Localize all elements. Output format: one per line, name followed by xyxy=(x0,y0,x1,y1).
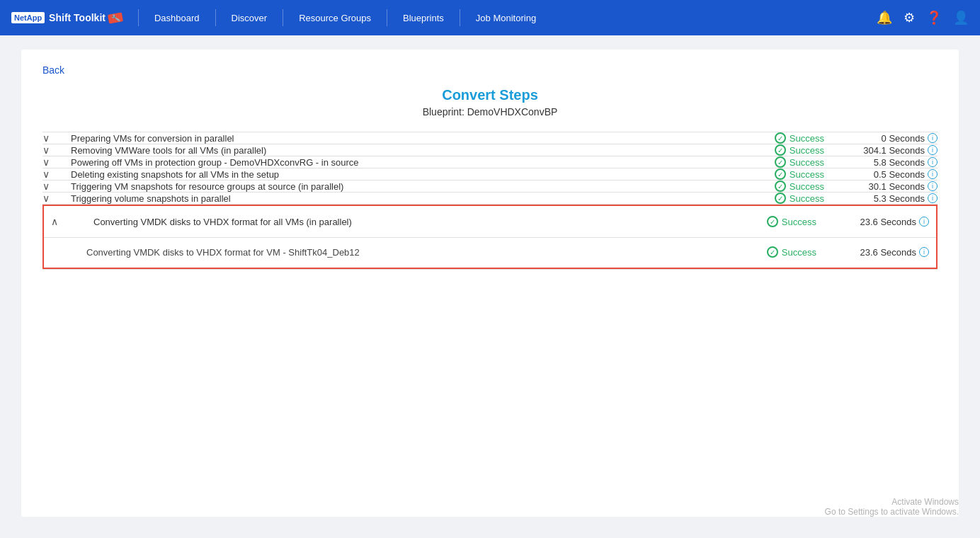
nav-divider-2 xyxy=(215,9,216,26)
step-time: 23.6 Seconds i xyxy=(824,205,937,238)
info-icon[interactable]: i xyxy=(928,145,938,155)
step-time: 5.3 Seconds i xyxy=(824,193,938,205)
step-label: Removing VMWare tools for all VMs (in pa… xyxy=(71,144,739,156)
nav-divider-1 xyxy=(138,9,139,26)
step-status: ✓ Success xyxy=(739,132,824,144)
chevron-down-icon[interactable]: ∨ xyxy=(42,181,71,193)
step-label: Converting VMDK disks to VHDX format for… xyxy=(86,205,739,238)
page-subtitle: Blueprint: DemoVHDXConvBP xyxy=(42,106,938,118)
nav-dashboard[interactable]: Dashboard xyxy=(146,13,208,23)
step-label: Triggering VM snapshots for resource gro… xyxy=(71,181,739,193)
step-time: 304.1 Seconds i xyxy=(824,144,938,156)
bell-icon[interactable]: 🔔 xyxy=(877,10,892,25)
table-row: ∨ Triggering VM snapshots for resource g… xyxy=(42,181,938,193)
back-button[interactable]: Back xyxy=(42,64,64,76)
info-icon[interactable]: i xyxy=(928,133,938,143)
netapp-logo: NetApp xyxy=(11,12,45,23)
step-time: 0 Seconds i xyxy=(824,132,938,144)
step-status: ✓ Success xyxy=(739,205,824,238)
sub-row-indent xyxy=(43,238,86,269)
navbar: NetApp Shift Toolkit 🔧 Dashboard Discove… xyxy=(0,0,980,35)
table-row: ∨ Preparing VMs for conversion in parall… xyxy=(42,132,938,144)
chevron-up-icon[interactable]: ∧ xyxy=(43,205,86,238)
nav-blueprints[interactable]: Blueprints xyxy=(394,13,452,23)
navbar-right: 🔔 ⚙ ❓ 👤 xyxy=(877,10,969,25)
gear-icon[interactable]: ⚙ xyxy=(904,10,915,25)
step-status: ✓ Success xyxy=(739,193,824,205)
info-icon[interactable]: i xyxy=(928,193,938,203)
info-icon[interactable]: i xyxy=(919,247,929,257)
nav-resource-groups[interactable]: Resource Groups xyxy=(290,13,380,23)
chevron-down-icon[interactable]: ∨ xyxy=(42,193,71,205)
step-time: 30.1 Seconds i xyxy=(824,181,938,193)
table-row: ∧ Converting VMDK disks to VHDX format f… xyxy=(42,205,938,270)
nav-job-monitoring[interactable]: Job Monitoring xyxy=(467,13,545,23)
nav-divider-3 xyxy=(283,9,283,26)
chevron-down-icon[interactable]: ∨ xyxy=(42,156,71,168)
success-check-icon: ✓ xyxy=(775,144,786,156)
table-row: ∨ Removing VMWare tools for all VMs (in … xyxy=(42,144,938,156)
table-row: ∨ Powering off VMs in protection group -… xyxy=(42,156,938,168)
table-row: ∨ Deleting existing snapshots for all VM… xyxy=(42,168,938,181)
step-time: 5.8 Seconds i xyxy=(824,156,938,168)
success-check-icon: ✓ xyxy=(775,181,786,192)
info-icon[interactable]: i xyxy=(928,169,938,179)
page-title: Convert Steps xyxy=(42,87,938,103)
info-icon[interactable]: i xyxy=(919,217,929,227)
chevron-down-icon[interactable]: ∨ xyxy=(42,144,71,156)
success-check-icon: ✓ xyxy=(775,193,786,204)
step-status: ✓ Success xyxy=(739,144,824,156)
step-status: ✓ Success xyxy=(739,181,824,193)
table-row: ∨ Triggering volume snapshots in paralle… xyxy=(42,193,938,205)
step-status: ✓ Success xyxy=(739,168,824,181)
nav-discover[interactable]: Discover xyxy=(223,13,276,23)
sub-step-status: ✓ Success xyxy=(739,238,824,269)
help-icon[interactable]: ❓ xyxy=(926,10,942,25)
success-check-icon: ✓ xyxy=(767,216,778,227)
step-label: Powering off VMs in protection group - D… xyxy=(71,156,739,168)
user-icon[interactable]: 👤 xyxy=(953,10,969,25)
sub-step-label: Converting VMDK disks to VHDX format for… xyxy=(86,238,739,269)
success-check-icon: ✓ xyxy=(775,132,786,144)
nav-divider-5 xyxy=(460,9,460,26)
chevron-down-icon[interactable]: ∨ xyxy=(42,132,71,144)
success-check-icon: ✓ xyxy=(775,168,786,180)
chevron-down-icon[interactable]: ∨ xyxy=(42,168,71,181)
step-label: Triggering volume snapshots in parallel xyxy=(71,193,739,205)
info-icon[interactable]: i xyxy=(928,157,938,167)
success-check-icon: ✓ xyxy=(767,246,778,258)
steps-table: ∨ Preparing VMs for conversion in parall… xyxy=(42,132,938,270)
main-content: Back Convert Steps Blueprint: DemoVHDXCo… xyxy=(21,50,959,517)
brand: NetApp Shift Toolkit 🔧 xyxy=(11,12,122,23)
info-icon[interactable]: i xyxy=(928,181,938,191)
nav-divider-4 xyxy=(387,9,387,26)
sub-step-time: 23.6 Seconds i xyxy=(824,238,937,269)
step-label: Preparing VMs for conversion in parallel xyxy=(71,132,739,144)
step-label: Deleting existing snapshots for all VMs … xyxy=(71,168,739,181)
step-time: 0.5 Seconds i xyxy=(824,168,938,181)
step-status: ✓ Success xyxy=(739,156,824,168)
success-check-icon: ✓ xyxy=(775,156,786,168)
wrench-icon: 🔧 xyxy=(108,12,123,23)
shift-toolkit-label: Shift Toolkit 🔧 xyxy=(49,12,122,23)
